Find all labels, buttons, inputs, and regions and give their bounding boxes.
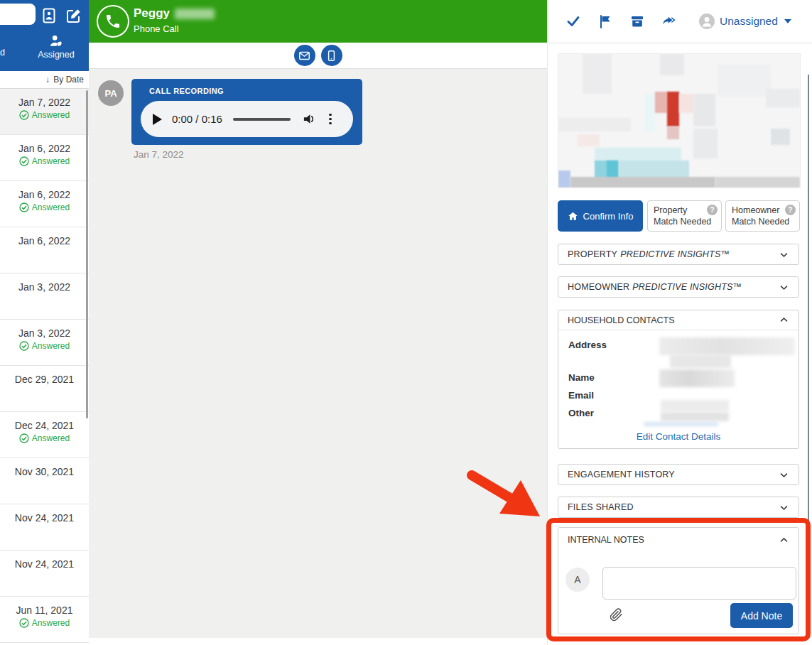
confirm-info-button[interactable]: Confirm Info bbox=[558, 200, 643, 232]
address-book-icon[interactable] bbox=[40, 7, 58, 24]
redacted-other bbox=[661, 400, 729, 411]
property-match-card[interactable]: ? Property Match Needed bbox=[647, 200, 722, 232]
tab-assigned[interactable]: Assigned bbox=[28, 34, 84, 60]
sidebar-header: d Assigned bbox=[0, 0, 89, 71]
email-button[interactable] bbox=[294, 45, 315, 66]
call-answered-status: Answered bbox=[0, 618, 89, 628]
message-date: Jan 7, 2022 bbox=[134, 149, 184, 160]
note-input[interactable] bbox=[602, 567, 796, 600]
call-date: Jan 3, 2022 bbox=[0, 273, 89, 293]
accordion-title: PROPERTY bbox=[568, 249, 617, 259]
household-contacts-header[interactable]: HOUSEHOLD CONTACTS bbox=[558, 310, 799, 330]
property-match-line1: Property bbox=[654, 205, 715, 216]
help-icon[interactable]: ? bbox=[785, 205, 796, 215]
call-date: Jun 11, 2021 bbox=[0, 597, 89, 616]
assigned-tab-label: Assigned bbox=[38, 50, 74, 60]
call-answered-status: Answered bbox=[0, 341, 89, 351]
homeowner-match-card[interactable]: ? Homeowner Match Needed bbox=[725, 200, 800, 232]
edit-contact-details-link[interactable]: Edit Contact Details bbox=[558, 431, 799, 442]
call-date: Jan 6, 2022 bbox=[0, 181, 89, 200]
answered-label: Answered bbox=[32, 433, 70, 443]
accordion-files-shared[interactable]: FILES SHARED bbox=[558, 497, 799, 518]
redacted-other-line2 bbox=[661, 412, 729, 421]
call-list: Jan 7, 2022 Answered Jan 6, 2022 Answere… bbox=[0, 89, 89, 643]
list-item[interactable]: Jan 3, 2022 Answered bbox=[0, 320, 89, 366]
answered-label: Answered bbox=[32, 618, 70, 628]
list-item[interactable]: Nov 24, 2021 bbox=[0, 504, 89, 551]
compose-icon[interactable] bbox=[65, 7, 82, 24]
list-item[interactable]: Jan 3, 2022 bbox=[0, 273, 89, 320]
sort-label: By Date bbox=[53, 75, 84, 85]
list-item[interactable]: Jun 11, 2021 Answered bbox=[0, 597, 89, 643]
avatar-icon bbox=[698, 13, 715, 30]
conversation-header: Peggy Phone Call bbox=[89, 0, 547, 43]
internal-notes-section: INTERNAL NOTES A Add Note bbox=[558, 527, 799, 634]
add-note-button[interactable]: Add Note bbox=[730, 603, 793, 628]
call-date: Nov 24, 2021 bbox=[0, 551, 89, 570]
sidebar-scrollbar[interactable] bbox=[86, 90, 88, 418]
accordion-property-insights[interactable]: PROPERTY PREDICTIVE INSIGHTS™ bbox=[558, 244, 799, 265]
chevron-up-icon bbox=[779, 315, 789, 325]
mark-done-icon[interactable] bbox=[566, 14, 580, 28]
answered-check-icon bbox=[19, 156, 29, 166]
list-item[interactable]: Jan 6, 2022 bbox=[0, 227, 89, 273]
list-item[interactable]: Jan 7, 2022 Answered bbox=[0, 89, 89, 135]
accordion-title-italic: PREDICTIVE INSIGHTS™ bbox=[632, 282, 742, 292]
homeowner-match-line2: Match Needed bbox=[732, 216, 794, 227]
play-button[interactable] bbox=[153, 114, 162, 125]
call-date: Dec 24, 2021 bbox=[0, 412, 89, 431]
help-icon[interactable]: ? bbox=[707, 205, 718, 215]
call-button[interactable] bbox=[321, 45, 342, 66]
list-item[interactable]: Nov 24, 2021 bbox=[0, 551, 89, 597]
call-answered-status: Answered bbox=[0, 202, 89, 212]
other-label: Other bbox=[568, 408, 594, 418]
list-item[interactable]: Nov 30, 2021 bbox=[0, 458, 89, 504]
list-item[interactable]: Dec 24, 2021 Answered bbox=[0, 412, 89, 458]
call-date: Jan 3, 2022 bbox=[0, 320, 89, 339]
list-item[interactable]: Dec 29, 2021 bbox=[0, 366, 89, 412]
call-date: Nov 24, 2021 bbox=[0, 504, 89, 524]
forward-icon[interactable] bbox=[662, 14, 676, 28]
answered-label: Answered bbox=[32, 156, 70, 166]
player-menu-icon[interactable] bbox=[327, 112, 334, 127]
homeowner-match-line1: Homeowner bbox=[732, 205, 794, 216]
redacted-name bbox=[659, 369, 735, 387]
flag-icon[interactable] bbox=[598, 14, 612, 28]
redacted-address-line2 bbox=[670, 354, 731, 368]
channel-label: Phone Call bbox=[134, 23, 179, 34]
panel-scrollbar[interactable] bbox=[808, 75, 809, 531]
seek-bar[interactable] bbox=[233, 118, 291, 121]
mobile-phone-icon bbox=[325, 50, 337, 62]
contact-name: Peggy bbox=[134, 6, 170, 21]
call-recording-card: CALL RECORDING 0:00 / 0:16 bbox=[131, 79, 362, 145]
call-answered-status: Answered bbox=[0, 433, 89, 443]
archive-icon[interactable] bbox=[630, 14, 644, 28]
assignee-dropdown[interactable]: Unassigned bbox=[698, 13, 791, 30]
sort-down-arrow-icon: ↓ bbox=[45, 75, 50, 85]
search-input[interactable] bbox=[0, 4, 36, 25]
volume-icon[interactable] bbox=[303, 112, 316, 126]
call-date: Dec 29, 2021 bbox=[0, 366, 89, 385]
name-label: Name bbox=[568, 372, 595, 383]
accordion-title-italic: PREDICTIVE INSIGHTS™ bbox=[620, 249, 730, 259]
assigned-person-icon bbox=[48, 34, 64, 48]
redacted-highlight bbox=[644, 422, 718, 426]
recording-title: CALL RECORDING bbox=[149, 87, 224, 95]
answered-label: Answered bbox=[32, 110, 70, 120]
accordion-engagement-history[interactable]: ENGAGEMENT HISTORY bbox=[558, 464, 799, 485]
accordion-homeowner-insights[interactable]: HOMEOWNER PREDICTIVE INSIGHTS™ bbox=[558, 276, 799, 298]
list-item[interactable]: Jan 6, 2022 Answered bbox=[0, 181, 89, 227]
conversation-thread: PA CALL RECORDING 0:00 / 0:16 Jan 7, 202… bbox=[89, 69, 547, 638]
call-date: Jan 6, 2022 bbox=[0, 227, 89, 246]
assignee-label: Unassigned bbox=[720, 15, 778, 28]
audio-player: 0:00 / 0:16 bbox=[141, 101, 353, 137]
paperclip-icon[interactable] bbox=[610, 608, 623, 622]
answered-check-icon bbox=[19, 341, 29, 351]
avatar: PA bbox=[98, 80, 124, 106]
call-date: Jan 6, 2022 bbox=[0, 135, 89, 154]
list-item[interactable]: Jan 6, 2022 Answered bbox=[0, 135, 89, 181]
accordion-title: HOMEOWNER bbox=[568, 282, 629, 292]
internal-notes-header[interactable]: INTERNAL NOTES bbox=[558, 528, 799, 552]
sort-by-date[interactable]: ↓ By Date bbox=[0, 71, 89, 89]
answered-label: Answered bbox=[32, 202, 70, 212]
